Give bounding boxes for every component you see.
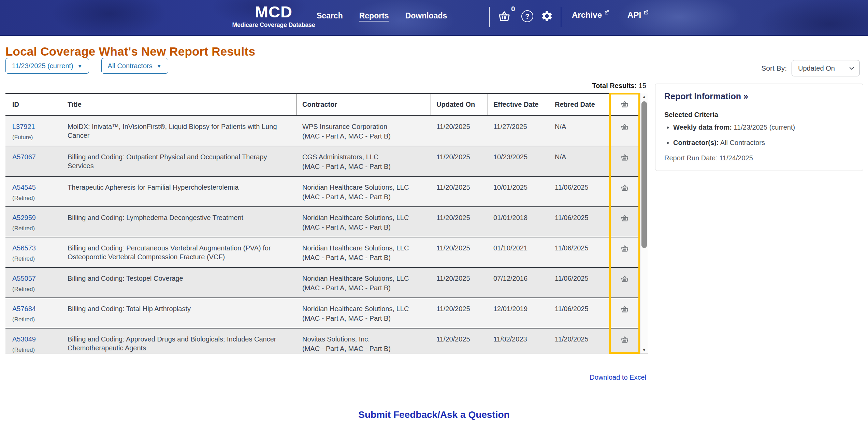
- record-id-link[interactable]: L37921: [12, 122, 57, 131]
- download-to-excel-link[interactable]: Download to Excel: [590, 374, 646, 381]
- retired-date-value: 11/06/2025: [549, 237, 609, 267]
- caret-down-icon: ▼: [157, 63, 162, 69]
- table-scrollbar[interactable]: ▲ ▼: [640, 93, 648, 354]
- contractor-detail: (MAC - Part A, MAC - Part B): [302, 253, 425, 262]
- basket-icon[interactable]: [620, 305, 629, 324]
- basket-icon[interactable]: [620, 335, 629, 354]
- add-to-basket-cell[interactable]: [609, 237, 640, 267]
- col-header-basket: [609, 94, 640, 115]
- total-results: Total Results: 15: [5, 82, 646, 90]
- nav-api[interactable]: API: [627, 10, 649, 20]
- table-row: A57067 Billing and Coding: Outpatient Ph…: [5, 146, 640, 177]
- retired-date-value: 11/06/2025: [549, 268, 609, 297]
- basket-count-badge: 0: [511, 5, 515, 13]
- record-id-link[interactable]: A56573: [12, 244, 57, 252]
- record-title: Billing and Coding: Total Hip Arthroplas…: [62, 298, 297, 328]
- retired-date-value: 11/06/2025: [549, 298, 609, 328]
- caret-down-icon: ▼: [77, 63, 83, 69]
- id-cell: A54545 (Retired): [5, 177, 62, 206]
- scroll-down-arrow[interactable]: ▼: [640, 347, 648, 352]
- contractor-name: Noridian Healthcare Solutions, LLC: [302, 244, 425, 252]
- basket-icon[interactable]: [620, 153, 629, 173]
- criteria-value: 11/23/2025 (current): [732, 123, 795, 131]
- updated-on-value: 11/20/2025: [431, 177, 488, 206]
- effective-date-value: 10/01/2025: [488, 177, 549, 206]
- basket-icon[interactable]: [620, 244, 629, 264]
- col-header-retired-date: Retired Date: [549, 94, 609, 115]
- primary-nav: Search Reports Downloads: [317, 11, 447, 20]
- record-status: (Retired): [12, 194, 57, 203]
- help-icon[interactable]: ?: [521, 10, 533, 22]
- add-to-basket-cell[interactable]: [609, 329, 640, 354]
- submit-feedback-link[interactable]: Submit Feedback/Ask a Question: [358, 409, 509, 420]
- contractor-detail: (MAC - Part A, MAC - Part B): [302, 344, 425, 353]
- id-cell: A53049 (Retired): [5, 329, 62, 354]
- nav-reports[interactable]: Reports: [359, 11, 389, 20]
- record-id-link[interactable]: A53049: [12, 335, 57, 344]
- record-contractor: Noridian Healthcare Solutions, LLC (MAC …: [297, 207, 431, 237]
- add-to-basket-cell[interactable]: [609, 146, 640, 176]
- contractor-filter-label: All Contractors: [108, 62, 153, 70]
- scroll-up-arrow[interactable]: ▲: [640, 94, 648, 99]
- basket-icon[interactable]: [497, 10, 511, 25]
- retired-date-value: 11/06/2025: [549, 207, 609, 237]
- record-id-link[interactable]: A57067: [12, 152, 57, 161]
- contractor-name: Noridian Healthcare Solutions, LLC: [302, 274, 425, 283]
- basket-icon[interactable]: [620, 123, 629, 142]
- col-header-contractor: Contractor: [297, 94, 431, 115]
- record-id-link[interactable]: A57684: [12, 304, 57, 313]
- table-body: L37921 (Future) MolDX: Inivata™, InVisio…: [5, 116, 640, 354]
- updated-on-value: 11/20/2025: [431, 116, 488, 146]
- basket-icon[interactable]: [620, 184, 629, 203]
- total-results-value: 15: [639, 82, 646, 89]
- contractor-detail: (MAC - Part A, MAC - Part B): [302, 162, 425, 171]
- table-row: A53049 (Retired) Billing and Coding: App…: [5, 329, 640, 354]
- report-information-title[interactable]: Report Information »: [664, 91, 854, 101]
- contractor-name: Novitas Solutions, Inc.: [302, 335, 425, 344]
- nav-divider: [561, 7, 561, 27]
- add-to-basket-cell[interactable]: [609, 177, 640, 206]
- download-to-excel-row: Download to Excel: [5, 374, 646, 381]
- criteria-label: Weekly data from:: [673, 123, 732, 131]
- add-to-basket-cell[interactable]: [609, 116, 640, 146]
- record-id-link[interactable]: A55057: [12, 274, 57, 283]
- table-row: A57684 (Retired) Billing and Coding: Tot…: [5, 298, 640, 329]
- mcd-logo-title: MCD: [229, 3, 318, 20]
- record-status: (Retired): [12, 224, 57, 233]
- sort-by-select[interactable]: Updated On: [792, 60, 860, 76]
- basket-icon[interactable]: [620, 214, 629, 233]
- contractor-name: Noridian Healthcare Solutions, LLC: [302, 304, 425, 313]
- add-to-basket-cell[interactable]: [609, 268, 640, 297]
- nav-search[interactable]: Search: [317, 11, 343, 20]
- add-to-basket-cell[interactable]: [609, 298, 640, 328]
- nav-downloads[interactable]: Downloads: [405, 11, 447, 20]
- chevron-down-icon: [849, 65, 855, 71]
- week-filter-dropdown[interactable]: 11/23/2025 (current) ▼: [5, 58, 89, 74]
- table-row: A55057 (Retired) Billing and Coding: Tes…: [5, 268, 640, 298]
- mcd-logo[interactable]: MCD Medicare Coverage Database: [229, 3, 318, 29]
- sort-by-control: Sort By: Updated On: [761, 60, 860, 76]
- add-to-basket-cell[interactable]: [609, 207, 640, 237]
- id-cell: A57067: [5, 146, 62, 176]
- record-contractor: WPS Insurance Corporation (MAC - Part A,…: [297, 116, 431, 146]
- settings-gear-icon[interactable]: [541, 10, 553, 24]
- updated-on-value: 11/20/2025: [431, 268, 488, 297]
- report-run-date-value: 11/24/2025: [719, 154, 753, 162]
- updated-on-value: 11/20/2025: [431, 146, 488, 176]
- contractor-filter-dropdown[interactable]: All Contractors ▼: [101, 58, 168, 74]
- record-status: (Retired): [12, 254, 57, 263]
- help-glyph: ?: [525, 12, 530, 20]
- record-id-link[interactable]: A52959: [12, 213, 57, 222]
- basket-icon[interactable]: [620, 275, 629, 294]
- record-title: Billing and Coding: Lymphedema Decongest…: [62, 207, 297, 237]
- contractor-name: Noridian Healthcare Solutions, LLC: [302, 213, 425, 222]
- record-title: Billing and Coding: Approved Drugs and B…: [62, 329, 297, 354]
- sort-by-value: Updated On: [798, 64, 835, 72]
- scrollbar-thumb[interactable]: [641, 101, 647, 248]
- criteria-value: All Contractors: [719, 139, 765, 146]
- contractor-name: Noridian Healthcare Solutions, LLC: [302, 183, 425, 192]
- nav-archive[interactable]: Archive: [572, 10, 610, 20]
- record-id-link[interactable]: A54545: [12, 183, 57, 192]
- criteria-item-contractors: Contractor(s): All Contractors: [673, 139, 854, 147]
- page-title: Local Coverage What's New Report Results: [5, 45, 255, 58]
